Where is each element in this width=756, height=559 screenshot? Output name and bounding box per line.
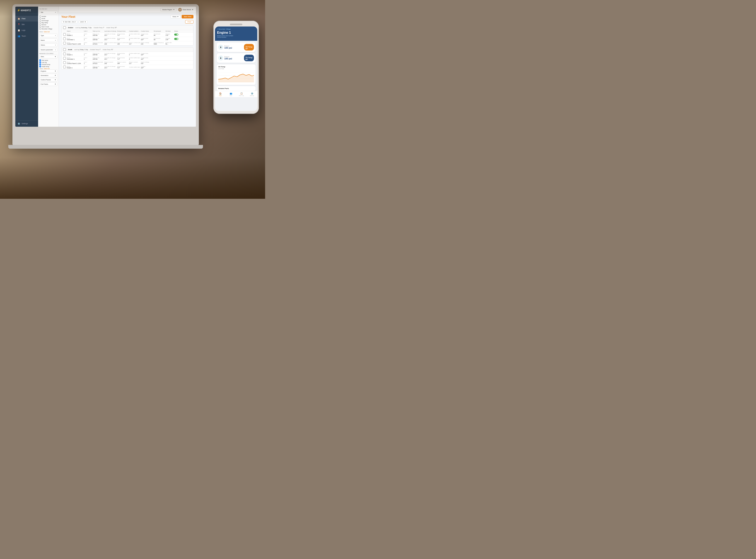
ambler-table: Ambler Last log Yesterday, 7:14p Outside… [61, 25, 193, 46]
col-clear-button[interactable]: Clear [39, 68, 43, 69]
generators-label: Generators [41, 74, 48, 76]
search-param-dropdown[interactable]: Search parameter ▼ [39, 48, 57, 51]
phone-nav-fleet[interactable]: 🏠 Fleet [215, 92, 225, 96]
sidebar-item-fleet[interactable]: 🏠 Fleet [15, 16, 38, 22]
logo: ⚡ 60HERTZ [17, 9, 37, 12]
site-ambler-checkbox[interactable] [39, 16, 41, 17]
oil-temp-chart-section: Oil Temp Line Chart [217, 64, 256, 85]
sidebar-item-logs[interactable]: 📋 Logs [15, 27, 38, 33]
chart-button[interactable]: Chart [185, 20, 193, 24]
site-icon: 📍 [17, 23, 20, 26]
site-denver-item[interactable]: Denver [39, 24, 57, 26]
col-lastlog-checkbox[interactable] [39, 62, 41, 63]
select-all-button[interactable]: Select all [44, 31, 49, 32]
site-deercreek-checkbox[interactable] [39, 26, 41, 27]
col-outsidetemp-item[interactable]: Outside temp [39, 63, 57, 65]
site-anchorage-label: Anchorage [42, 20, 49, 21]
ambler-select-checkbox[interactable] [63, 26, 66, 29]
sites-section-dropdown[interactable]: Sites ▼ [39, 55, 57, 59]
col-lube: Last lube oil change [104, 30, 117, 32]
site-anvik-checkbox[interactable] [39, 18, 41, 19]
phone-nav-team[interactable]: 👥 Fleet [225, 92, 236, 96]
site-filter-dropdown[interactable]: Site ▼ [39, 10, 57, 14]
phone-model: Model name and number [217, 35, 255, 37]
row-unit-cell: Unit # 1 [84, 33, 92, 36]
oil-temp-chart-svg [218, 70, 254, 83]
col-insidetemp-checkbox[interactable] [39, 66, 41, 67]
anvik-select-checkbox[interactable] [63, 48, 66, 51]
phone-nav-settings[interactable]: ⚙️ Settings [247, 92, 257, 96]
sidebar-item-team[interactable]: 👥 Team [15, 33, 38, 39]
row-runhrs-cell: Total kw generated 107221 [92, 42, 104, 45]
status-toggle[interactable] [174, 33, 178, 36]
sort-filter[interactable]: ⇅ Sort Site - A to Z [61, 21, 77, 23]
col-sitename-item[interactable]: Site name [39, 59, 57, 61]
col-sitename-checkbox[interactable] [39, 60, 41, 61]
row-checkbox[interactable] [63, 52, 66, 55]
logo-text: 60HERTZ [21, 9, 31, 12]
team-icon: 👥 [17, 35, 20, 38]
svg-marker-4 [218, 74, 254, 83]
engines-dropdown[interactable]: Engines ▼ [39, 69, 57, 73]
col-select [63, 30, 66, 32]
type-filter-dropdown[interactable]: Type ▼ [39, 34, 57, 37]
filter-panel: Filter by: Site ▼ Ambler Anvik [38, 7, 59, 127]
clear-button[interactable]: Clear [39, 31, 43, 32]
views-button[interactable]: Views ▼ [170, 15, 180, 18]
sites-section-arrow: ▼ [55, 56, 56, 58]
status-filter-dropdown[interactable]: Status ▼ [39, 43, 57, 47]
site-anchorage-item[interactable]: Anchorage [39, 20, 57, 22]
row-checkbox[interactable] [63, 66, 66, 68]
settings-item[interactable]: ⚙️ Settings [15, 120, 38, 127]
phone-nav-settings-label: Settings [250, 95, 254, 96]
row-oil-pressure-cell: Oil pressure 48 [154, 33, 165, 36]
row-runhrs-cell: Total run hrs 105738 [92, 33, 104, 36]
sort-label: Sort [65, 21, 67, 23]
anvik-site-name: Anvik [68, 49, 72, 50]
row-phase3-cell: Phase 3 current (amps) 243 [104, 42, 117, 45]
col-sitename-label: Site name [42, 60, 48, 61]
app-wrapper: ⚡ 60HERTZ 🏠 Fleet 📍 Site 📋 Lo [15, 7, 196, 127]
sidebar-logo: ⚡ 60HERTZ [15, 7, 38, 14]
row-checkbox[interactable] [63, 42, 66, 45]
col-insidetemp-item[interactable]: Inside temp [39, 65, 57, 67]
unit-filter[interactable]: Unit # ▼ [79, 21, 88, 23]
site-deercreek-item[interactable]: Deer Creek [39, 26, 57, 28]
site-denver-checkbox[interactable] [39, 24, 41, 25]
site-mountainvillage-item[interactable]: Mountain Village [39, 28, 57, 30]
site-ambler-item[interactable]: Ambler [39, 15, 57, 17]
row-checkbox[interactable] [63, 57, 66, 60]
col-oil-pressure: Oil pressure [154, 30, 165, 32]
phone-back-button[interactable]: < Mountain Village [217, 28, 255, 30]
generators-dropdown[interactable]: Generators ▼ [39, 74, 57, 77]
views-label: Views [172, 16, 176, 18]
name-filter-dropdown[interactable]: Name ▼ [39, 39, 57, 42]
col-outsidetemp-label: Outside temp [42, 64, 50, 65]
laptop-base [8, 145, 203, 149]
fuel-tanks-dropdown[interactable]: Fuel Tanks ▼ [39, 83, 57, 86]
row-name-cell: Name Engine 1 [67, 53, 84, 55]
col-lastlog-item[interactable]: Last log [39, 61, 57, 63]
row-checkbox[interactable] [63, 38, 66, 40]
save-view-button[interactable]: Save View [182, 15, 193, 18]
col-exhaust: Exhaust temp [117, 30, 129, 32]
site-bigvalley-checkbox[interactable] [39, 22, 41, 23]
site-bigvalley-item[interactable]: Big Valley [39, 22, 57, 24]
site-anvik-item[interactable]: Anvik [39, 17, 57, 20]
filter-by-label: Filter by: [39, 8, 57, 10]
status-toggle[interactable] [174, 38, 178, 40]
col-select-all-button[interactable]: Select all [44, 68, 49, 69]
control-panels-dropdown[interactable]: Control Panels ▼ [39, 78, 57, 82]
row-checkbox[interactable] [63, 33, 66, 36]
row-phase1-cell: Phase 1 current (amps) 217 [129, 42, 141, 45]
row-checkbox[interactable] [63, 61, 66, 64]
col-outsidetemp-checkbox[interactable] [39, 64, 41, 65]
region-selector[interactable]: Alaska Region ▼ [160, 8, 176, 12]
sidebar-item-site[interactable]: 📍 Site [15, 22, 38, 27]
phone-nav-fleet-label: Fleet [219, 95, 221, 96]
site-anchorage-checkbox[interactable] [39, 20, 41, 21]
phone-nav-prodlog[interactable]: 📋 Prod. Log [236, 92, 247, 96]
site-mountainvillage-checkbox[interactable] [39, 28, 41, 29]
content-area: Your Fleet Views ▼ Save View ⇅ Sor [59, 13, 196, 127]
site-bigvalley-label: Big Valley [42, 22, 48, 23]
